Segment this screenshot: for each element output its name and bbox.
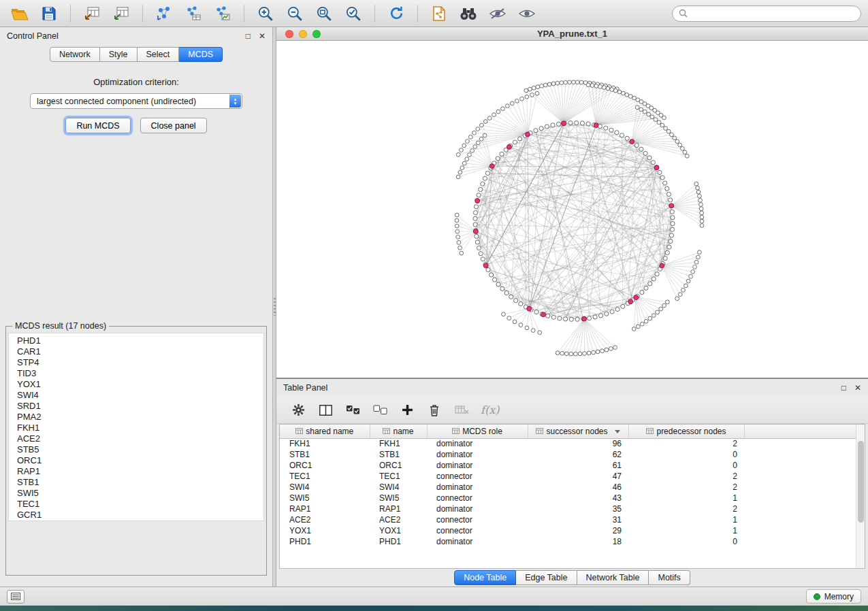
- network-node[interactable]: [534, 129, 538, 133]
- network-node[interactable]: [663, 181, 667, 185]
- network-node[interactable]: [468, 153, 472, 157]
- network-node[interactable]: [558, 316, 562, 320]
- network-node[interactable]: [536, 85, 540, 89]
- network-node[interactable]: [694, 182, 698, 186]
- network-node[interactable]: [606, 86, 610, 90]
- network-node[interactable]: [526, 132, 530, 137]
- zoom-out-icon[interactable]: [282, 3, 308, 24]
- tab-network-table[interactable]: Network Table: [577, 570, 649, 585]
- network-node[interactable]: [568, 80, 572, 84]
- network-node[interactable]: [691, 270, 695, 274]
- network-node[interactable]: [534, 310, 539, 314]
- network-node[interactable]: [628, 299, 633, 304]
- network-node[interactable]: [532, 86, 536, 90]
- network-node[interactable]: [621, 304, 625, 308]
- network-node[interactable]: [699, 203, 703, 207]
- network-node[interactable]: [625, 136, 629, 140]
- network-node[interactable]: [568, 121, 573, 125]
- network-node[interactable]: [462, 144, 466, 148]
- network-node[interactable]: [689, 275, 693, 279]
- network-node[interactable]: [678, 293, 682, 297]
- find-icon[interactable]: [455, 3, 481, 24]
- network-node[interactable]: [541, 312, 546, 317]
- network-node[interactable]: [654, 165, 659, 170]
- network-node[interactable]: [564, 80, 568, 84]
- network-node[interactable]: [615, 131, 619, 135]
- network-node[interactable]: [501, 107, 505, 111]
- network-node[interactable]: [694, 260, 698, 264]
- network-node[interactable]: [587, 351, 591, 355]
- network-node[interactable]: [489, 164, 494, 169]
- network-node[interactable]: [456, 152, 460, 156]
- network-node[interactable]: [590, 84, 594, 88]
- network-node[interactable]: [594, 84, 598, 88]
- network-node[interactable]: [655, 272, 659, 276]
- network-node[interactable]: [507, 145, 512, 150]
- table-row[interactable]: STB1STB1dominator620: [280, 449, 865, 460]
- network-node[interactable]: [678, 143, 682, 147]
- memory-button[interactable]: Memory: [806, 589, 861, 604]
- network-node[interactable]: [575, 80, 579, 84]
- run-mcds-button[interactable]: Run MCDS: [65, 118, 130, 133]
- network-node[interactable]: [479, 187, 483, 191]
- network-node[interactable]: [605, 312, 609, 316]
- column-header-successor-nodes[interactable]: successor nodes: [528, 425, 628, 438]
- network-node[interactable]: [620, 133, 624, 137]
- tab-select[interactable]: Select: [138, 47, 180, 62]
- network-node[interactable]: [527, 306, 532, 311]
- network-node[interactable]: [572, 80, 576, 84]
- network-node[interactable]: [524, 88, 528, 93]
- network-node[interactable]: [613, 88, 617, 93]
- network-node[interactable]: [458, 246, 462, 250]
- network-node[interactable]: [664, 127, 668, 131]
- network-node[interactable]: [665, 250, 669, 254]
- network-node[interactable]: [639, 147, 643, 151]
- network-node[interactable]: [462, 161, 466, 165]
- network-node[interactable]: [699, 207, 703, 211]
- network-node[interactable]: [644, 319, 648, 323]
- network-node[interactable]: [594, 123, 598, 128]
- table-row[interactable]: ORC1ORC1dominator610: [280, 460, 865, 471]
- network-node[interactable]: [675, 297, 679, 301]
- network-node[interactable]: [468, 135, 472, 139]
- network-node[interactable]: [510, 101, 514, 105]
- network-node[interactable]: [660, 176, 664, 180]
- network-node[interactable]: [479, 137, 483, 141]
- network-node[interactable]: [460, 166, 464, 170]
- network-node[interactable]: [551, 315, 556, 319]
- network-node[interactable]: [580, 121, 584, 125]
- zoom-window-icon[interactable]: [312, 30, 321, 38]
- network-node[interactable]: [556, 81, 560, 85]
- network-node[interactable]: [455, 224, 459, 228]
- network-node[interactable]: [561, 121, 566, 126]
- network-node[interactable]: [531, 329, 535, 333]
- network-node[interactable]: [669, 198, 673, 202]
- table-row[interactable]: TEC1TEC1connector472: [280, 471, 865, 482]
- network-node[interactable]: [610, 88, 614, 92]
- network-node[interactable]: [477, 193, 481, 197]
- network-node[interactable]: [666, 129, 671, 133]
- network-node[interactable]: [457, 241, 461, 245]
- network-node[interactable]: [673, 136, 677, 140]
- network-node[interactable]: [473, 222, 477, 227]
- network-node[interactable]: [698, 250, 702, 254]
- table-row[interactable]: ACE2ACE2connector311: [280, 514, 865, 525]
- network-node[interactable]: [560, 351, 564, 355]
- network-node[interactable]: [505, 104, 509, 108]
- network-node[interactable]: [540, 84, 544, 88]
- network-node[interactable]: [480, 123, 484, 127]
- network-node[interactable]: [455, 229, 460, 233]
- network-node[interactable]: [681, 146, 685, 150]
- network-node[interactable]: [605, 348, 609, 352]
- network-node[interactable]: [455, 218, 459, 222]
- network-node[interactable]: [483, 263, 488, 268]
- function-builder-icon[interactable]: f(x): [477, 400, 503, 420]
- list-item[interactable]: SRD1: [17, 401, 263, 412]
- network-node[interactable]: [564, 317, 568, 321]
- network-node[interactable]: [575, 120, 579, 125]
- network-node[interactable]: [513, 320, 517, 324]
- network-node[interactable]: [698, 194, 702, 198]
- network-node[interactable]: [617, 90, 622, 94]
- task-history-icon[interactable]: [7, 590, 25, 604]
- float-panel-icon[interactable]: □: [841, 384, 846, 392]
